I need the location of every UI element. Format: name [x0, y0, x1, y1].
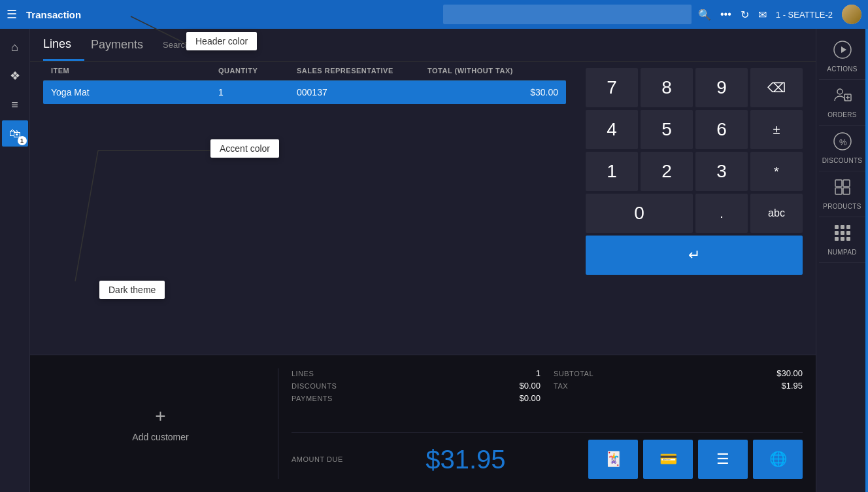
svg-marker-1 [841, 46, 846, 53]
right-sidebar-accent [865, 29, 868, 492]
svg-rect-6 [835, 180, 842, 186]
row-sales-rep: 000137 [297, 87, 427, 97]
products-label: PRODUCTS [823, 203, 861, 210]
svg-rect-17 [841, 237, 844, 241]
orders-icon [833, 86, 852, 109]
discounts-label: DISCOUNTS [292, 382, 410, 390]
lines-label: LINES [292, 370, 410, 378]
left-sidebar: ⌂ ❖ ≡ 🛍 1 [0, 29, 30, 492]
numpad-container: 7 8 9 ⌫ 4 5 6 ± 1 2 3 * 0 [579, 62, 803, 355]
table-header: ITEM QUANTITY SALES REPRESENTATIVE TOTAL… [43, 62, 566, 80]
tab-lines[interactable]: Lines [43, 29, 84, 61]
store-label: 1 - SEATTLE-2 [776, 10, 833, 20]
numpad-6[interactable]: 6 [695, 110, 748, 149]
svg-rect-14 [841, 231, 844, 235]
search-icon[interactable]: 🔍 [698, 9, 711, 21]
svg-rect-7 [843, 180, 850, 186]
numpad-2[interactable]: 2 [641, 152, 693, 191]
right-sidebar-discounts[interactable]: % DISCOUNTS [819, 126, 866, 171]
svg-rect-10 [835, 225, 839, 229]
tab-payments[interactable]: Payments [91, 30, 156, 60]
lines-value: 1 [423, 368, 541, 378]
avatar [842, 5, 861, 24]
bottom-footer: + Add customer LINES 1 SUBTOTAL $30.00 D… [30, 355, 816, 492]
svg-rect-12 [846, 225, 850, 229]
main-content: ⌂ ❖ ≡ 🛍 1 Lines Payments Search or enter… [0, 29, 868, 492]
right-sidebar: ACTIONS ORDERS [816, 29, 868, 492]
sidebar-item-orders[interactable]: 🛍 1 [2, 120, 28, 147]
numpad-icon [833, 224, 852, 246]
numpad-label: NUMPAD [827, 249, 856, 256]
actions-label: ACTIONS [827, 65, 858, 73]
numpad-enter[interactable]: ↵ [586, 236, 803, 275]
numpad-7[interactable]: 7 [586, 68, 638, 107]
col-quantity: QUANTITY [218, 67, 297, 75]
numpad-dot[interactable]: . [695, 194, 748, 233]
sidebar-item-products[interactable]: ❖ [2, 63, 28, 89]
svg-rect-18 [846, 237, 850, 241]
payments-value: $0.00 [423, 393, 541, 403]
payment-btn-online[interactable]: 🌐 [753, 440, 803, 479]
numpad-0[interactable]: 0 [586, 194, 693, 233]
menu-icon[interactable]: ☰ [7, 7, 17, 22]
subtotal-value: $30.00 [685, 368, 803, 378]
right-sidebar-orders[interactable]: ORDERS [819, 80, 866, 126]
svg-text:%: % [839, 137, 847, 147]
numpad-8[interactable]: 8 [641, 68, 693, 107]
products-icon [833, 178, 852, 200]
payment-buttons: 🃏 💳 ☰ 🌐 [588, 440, 803, 479]
add-customer-label[interactable]: Add customer [132, 432, 188, 442]
svg-rect-9 [843, 188, 850, 194]
numpad-5[interactable]: 5 [641, 110, 693, 149]
amount-due-label: AMOUNT DUE [292, 455, 343, 463]
discounts-value: $0.00 [423, 381, 541, 391]
numpad-plusminus[interactable]: ± [750, 110, 803, 149]
numpad-multiply[interactable]: * [750, 152, 803, 191]
numpad-4[interactable]: 4 [586, 110, 638, 149]
numpad-and-actions: ITEM QUANTITY SALES REPRESENTATIVE TOTAL… [30, 62, 816, 355]
numpad-9[interactable]: 9 [695, 68, 748, 107]
payment-btn-other[interactable]: ☰ [698, 440, 748, 479]
search-quantity-label: Search or enter quantity [163, 40, 254, 50]
sidebar-item-menu[interactable]: ≡ [2, 92, 28, 118]
payment-btn-card[interactable]: 💳 [643, 440, 693, 479]
numpad-1[interactable]: 1 [586, 152, 638, 191]
full-layout: ☰ Transaction 🔍 ••• ↻ ✉ 1 - SEATTLE-2 ⌂ … [0, 0, 868, 492]
svg-rect-13 [835, 231, 839, 235]
orders-label: ORDERS [827, 111, 857, 118]
col-total: TOTAL (WITHOUT TAX) [427, 67, 558, 75]
amount-due-row: AMOUNT DUE $31.95 🃏 💳 ☰ 🌐 [292, 432, 803, 479]
amount-due-value: $31.95 [426, 445, 505, 474]
numpad-3[interactable]: 3 [695, 152, 748, 191]
top-bar: ☰ Transaction 🔍 ••• ↻ ✉ 1 - SEATTLE-2 [0, 0, 868, 29]
row-quantity: 1 [218, 87, 297, 97]
tax-value: $1.95 [685, 381, 803, 391]
numpad-abc[interactable]: abc [750, 194, 803, 233]
discounts-icon: % [833, 132, 852, 154]
numpad-grid: 7 8 9 ⌫ 4 5 6 ± 1 2 3 * 0 [586, 68, 803, 275]
payments-label: PAYMENTS [292, 395, 410, 402]
more-icon[interactable]: ••• [720, 9, 731, 20]
totals-grid: LINES 1 SUBTOTAL $30.00 DISCOUNTS $0.00 … [292, 368, 803, 403]
right-sidebar-actions[interactable]: ACTIONS [819, 34, 866, 80]
row-total: $30.00 [427, 87, 558, 97]
right-sidebar-numpad[interactable]: NUMPAD [819, 217, 866, 263]
numpad-backspace[interactable]: ⌫ [750, 68, 803, 107]
totals-section: LINES 1 SUBTOTAL $30.00 DISCOUNTS $0.00 … [292, 368, 803, 479]
right-sidebar-products[interactable]: PRODUCTS [819, 171, 866, 217]
svg-rect-16 [835, 237, 839, 241]
sidebar-item-home[interactable]: ⌂ [2, 34, 28, 60]
orders-badge: 1 [18, 136, 27, 145]
svg-point-2 [837, 89, 843, 94]
tax-label: TAX [554, 382, 672, 390]
col-item: ITEM [51, 67, 218, 75]
transaction-table: ITEM QUANTITY SALES REPRESENTATIVE TOTAL… [30, 62, 579, 104]
refresh-icon[interactable]: ↻ [741, 9, 749, 21]
page-wrapper: ☰ Transaction 🔍 ••• ↻ ✉ 1 - SEATTLE-2 ⌂ … [0, 0, 868, 492]
table-row[interactable]: Yoga Mat 1 000137 $30.00 [43, 80, 566, 104]
top-search-input[interactable] [443, 5, 692, 24]
avatar-image [842, 5, 861, 24]
payment-btn-cash[interactable]: 🃏 [588, 440, 638, 479]
svg-rect-11 [841, 225, 844, 229]
message-icon[interactable]: ✉ [758, 9, 767, 21]
